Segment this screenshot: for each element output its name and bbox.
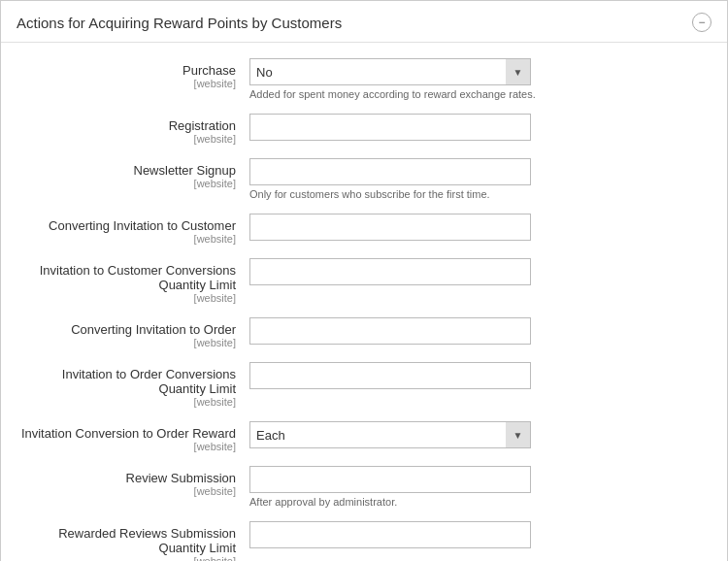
label-review-submission: Review Submission: [17, 471, 236, 485]
label-rewarded-reviews-quantity: Rewarded Reviews Submission Quantity Lim…: [17, 526, 236, 555]
form-body: Purchase[website]NoYes▼Added for spent m…: [1, 43, 727, 561]
form-row-invitation-customer-quantity: Invitation to Customer Conversions Quant…: [1, 252, 727, 310]
hint-review-submission: After approval by administrator.: [249, 496, 711, 508]
sublabel-converting-invitation-customer: [website]: [17, 233, 236, 245]
label-converting-invitation-order: Converting Invitation to Order: [17, 322, 236, 337]
form-row-converting-invitation-customer: Converting Invitation to Customer[websit…: [1, 208, 727, 250]
hint-purchase: Added for spent money according to rewar…: [249, 88, 711, 100]
label-invitation-customer-quantity: Invitation to Customer Conversions Quant…: [17, 263, 236, 292]
sublabel-converting-invitation-order: [website]: [17, 337, 236, 348]
sublabel-newsletter-signup: [website]: [17, 178, 236, 189]
sublabel-purchase: [website]: [17, 78, 236, 89]
select-wrapper-purchase: NoYes▼: [249, 58, 531, 85]
form-row-rewarded-reviews-quantity: Rewarded Reviews Submission Quantity Lim…: [1, 515, 727, 561]
input-converting-invitation-customer[interactable]: [249, 214, 531, 241]
page-title: Actions for Acquiring Reward Points by C…: [17, 15, 342, 31]
hint-newsletter-signup: Only for customers who subscribe for the…: [249, 188, 711, 200]
input-converting-invitation-order[interactable]: [249, 317, 531, 345]
label-invitation-order-quantity: Invitation to Order Conversions Quantity…: [17, 367, 236, 396]
input-review-submission[interactable]: [249, 466, 531, 493]
page-header: Actions for Acquiring Reward Points by C…: [1, 1, 727, 43]
select-invitation-order-reward[interactable]: EachFirst: [249, 421, 531, 448]
sublabel-review-submission: [website]: [17, 485, 236, 497]
sublabel-rewarded-reviews-quantity: [website]: [17, 555, 236, 561]
sublabel-registration: [website]: [17, 133, 236, 145]
form-row-newsletter-signup: Newsletter Signup[website]Only for custo…: [1, 152, 727, 206]
collapse-icon: −: [698, 16, 705, 29]
form-row-registration: Registration[website]: [1, 108, 727, 150]
input-registration[interactable]: [249, 114, 531, 141]
label-newsletter-signup: Newsletter Signup: [17, 163, 236, 178]
sublabel-invitation-customer-quantity: [website]: [17, 292, 236, 304]
form-row-review-submission: Review Submission[website]After approval…: [1, 460, 727, 513]
input-invitation-customer-quantity[interactable]: [249, 258, 531, 285]
form-row-converting-invitation-order: Converting Invitation to Order[website]: [1, 312, 727, 354]
input-invitation-order-quantity[interactable]: [249, 362, 531, 389]
select-purchase[interactable]: NoYes: [249, 58, 531, 85]
form-row-invitation-order-quantity: Invitation to Order Conversions Quantity…: [1, 356, 727, 413]
select-wrapper-invitation-order-reward: EachFirst▼: [249, 421, 531, 448]
label-invitation-order-reward: Invitation Conversion to Order Reward: [17, 426, 236, 441]
page-container: Actions for Acquiring Reward Points by C…: [0, 0, 728, 561]
form-row-purchase: Purchase[website]NoYes▼Added for spent m…: [1, 52, 727, 106]
label-converting-invitation-customer: Converting Invitation to Customer: [17, 218, 236, 233]
sublabel-invitation-order-reward: [website]: [17, 441, 236, 452]
form-row-invitation-order-reward: Invitation Conversion to Order Reward[we…: [1, 415, 727, 458]
input-newsletter-signup[interactable]: [249, 158, 531, 185]
label-purchase: Purchase: [17, 63, 236, 78]
input-rewarded-reviews-quantity[interactable]: [249, 521, 531, 548]
collapse-button[interactable]: −: [692, 13, 711, 32]
label-registration: Registration: [17, 118, 236, 133]
sublabel-invitation-order-quantity: [website]: [17, 396, 236, 408]
